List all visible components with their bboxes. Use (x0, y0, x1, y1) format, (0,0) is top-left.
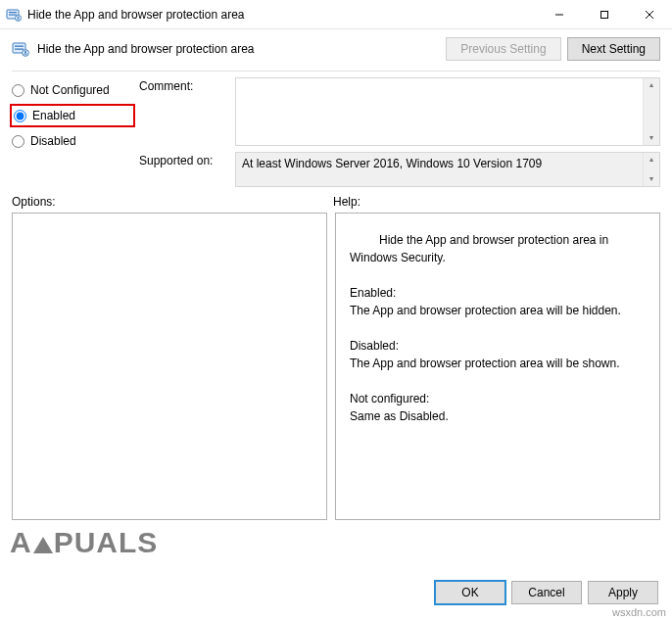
svg-rect-2 (9, 14, 17, 15)
supported-on-box: At least Windows Server 2016, Windows 10… (235, 152, 660, 187)
help-text: Hide the App and browser protection area… (336, 214, 659, 519)
window-title: Hide the App and browser protection area (27, 8, 537, 22)
policy-window-icon (6, 7, 22, 23)
svg-rect-1 (9, 12, 17, 13)
state-radios: Not Configured Enabled Disabled (12, 77, 129, 187)
minimize-button[interactable] (537, 0, 582, 28)
comment-label: Comment: (139, 77, 227, 93)
next-setting-button[interactable]: Next Setting (567, 37, 660, 61)
header-row: Hide the App and browser protection area… (0, 29, 672, 67)
scroll-down-icon: ▾ (644, 131, 659, 145)
apply-button[interactable]: Apply (588, 581, 658, 604)
previous-setting-button[interactable]: Previous Setting (446, 37, 560, 61)
comment-field-wrap: ▴ ▾ (235, 77, 660, 146)
policy-icon (12, 40, 29, 58)
options-panel (12, 213, 327, 520)
help-panel: Hide the App and browser protection area… (335, 213, 660, 520)
separator (12, 71, 660, 72)
radio-disabled[interactable]: Disabled (12, 134, 129, 148)
radio-enabled[interactable]: Enabled (14, 109, 75, 122)
comment-scrollbar[interactable]: ▴ ▾ (643, 78, 659, 145)
window-controls (537, 0, 672, 28)
options-label: Options: (12, 195, 333, 209)
scroll-down-icon: ▾ (644, 172, 659, 186)
scroll-up-icon: ▴ (644, 153, 659, 167)
radio-enabled-input[interactable] (14, 110, 26, 122)
radio-not-configured[interactable]: Not Configured (12, 83, 129, 97)
supported-scrollbar[interactable]: ▴ ▾ (643, 153, 659, 186)
svg-rect-5 (17, 18, 20, 20)
radio-not-configured-label: Not Configured (30, 83, 110, 97)
comment-field[interactable] (236, 78, 643, 145)
svg-rect-12 (15, 49, 24, 50)
scroll-up-icon: ▴ (644, 78, 659, 92)
svg-rect-11 (15, 46, 24, 47)
watermark-left: APUALS (10, 526, 158, 559)
radio-disabled-label: Disabled (30, 134, 76, 148)
dialog-footer: OK Cancel Apply (435, 581, 658, 604)
close-button[interactable] (627, 0, 672, 28)
radio-enabled-label: Enabled (32, 109, 75, 122)
supported-on-text: At least Windows Server 2016, Windows 10… (236, 153, 643, 186)
cancel-button[interactable]: Cancel (511, 581, 582, 604)
supported-label: Supported on: (139, 152, 227, 167)
svg-rect-15 (24, 53, 27, 56)
svg-rect-7 (601, 11, 608, 18)
radio-disabled-input[interactable] (12, 135, 24, 148)
maximize-button[interactable] (582, 0, 627, 28)
titlebar: Hide the App and browser protection area (0, 0, 672, 29)
help-label: Help: (333, 195, 360, 209)
ok-button[interactable]: OK (435, 581, 505, 604)
policy-title: Hide the App and browser protection area (37, 42, 446, 56)
watermark-right: wsxdn.com (612, 606, 666, 618)
radio-not-configured-input[interactable] (12, 84, 24, 97)
